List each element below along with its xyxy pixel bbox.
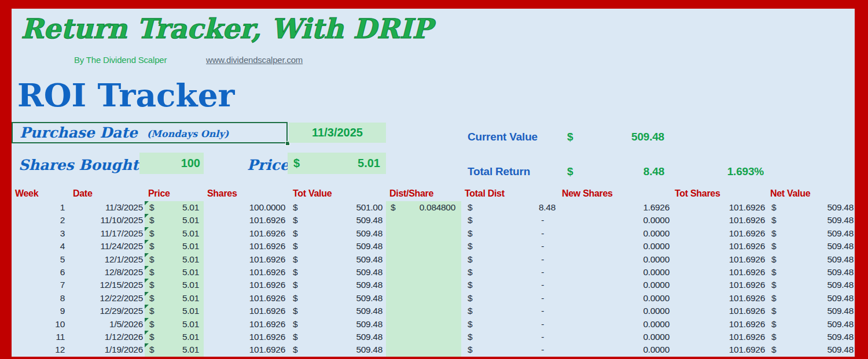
cell-tot-shares[interactable]: 101.6926 bbox=[671, 227, 767, 240]
cell-shares[interactable]: 101.6926 bbox=[204, 214, 289, 227]
cell-week[interactable]: 5 bbox=[12, 253, 69, 266]
price-input[interactable]: $ 5.01 bbox=[288, 153, 386, 174]
cell-new-shares[interactable]: 0.0000 bbox=[558, 318, 671, 331]
purchase-date-input[interactable]: 11/3/2025 bbox=[289, 123, 386, 143]
cell-tot-value[interactable]: $509.48 bbox=[289, 253, 386, 266]
cell-tot-value[interactable]: $509.48 bbox=[289, 227, 386, 240]
cell-dist-share[interactable]: $0.084800 bbox=[386, 201, 461, 214]
cell-week[interactable]: 8 bbox=[12, 292, 69, 305]
header-tot-value[interactable]: Tot Value bbox=[289, 188, 386, 199]
cell-price[interactable]: $5.01 bbox=[145, 227, 204, 240]
header-price[interactable]: Price bbox=[145, 188, 204, 199]
cell-new-shares[interactable]: 1.6926 bbox=[558, 201, 671, 214]
cell-net-value[interactable]: $509.48 bbox=[767, 279, 855, 291]
cell-net-value[interactable]: $509.48 bbox=[767, 214, 855, 227]
cell-tot-shares[interactable]: 101.6926 bbox=[671, 214, 767, 227]
cell-week[interactable]: 10 bbox=[12, 318, 69, 331]
cell-net-value[interactable]: $509.48 bbox=[767, 240, 855, 253]
cell-week[interactable]: 12 bbox=[12, 343, 69, 356]
cell-price[interactable]: $5.01 bbox=[145, 240, 204, 253]
cell-week[interactable]: 1 bbox=[12, 201, 69, 214]
cell-shares[interactable]: 101.6926 bbox=[204, 279, 289, 291]
cell-tot-shares[interactable]: 101.6926 bbox=[671, 343, 767, 356]
cell-dist-share[interactable] bbox=[386, 266, 461, 279]
cell-tot-shares[interactable]: 101.6926 bbox=[671, 331, 767, 343]
cell-price[interactable]: $5.01 bbox=[145, 279, 204, 291]
cell-new-shares[interactable]: 0.0000 bbox=[558, 227, 671, 240]
cell-week[interactable]: 2 bbox=[12, 214, 69, 227]
cell-tot-value[interactable]: $509.48 bbox=[289, 266, 386, 279]
cell-week[interactable]: 9 bbox=[12, 305, 69, 317]
cell-total-dist[interactable]: $- bbox=[461, 266, 558, 279]
cell-total-dist[interactable]: $- bbox=[461, 343, 558, 356]
header-total-dist[interactable]: Total Dist bbox=[461, 188, 558, 199]
cell-dist-share[interactable] bbox=[386, 227, 461, 240]
cell-tot-value[interactable]: $509.48 bbox=[289, 343, 386, 356]
cell-dist-share[interactable] bbox=[386, 292, 461, 305]
cell-new-shares[interactable]: 0.0000 bbox=[558, 331, 671, 343]
cell-tot-value[interactable]: $509.48 bbox=[289, 292, 386, 305]
cell-net-value[interactable]: $509.48 bbox=[767, 331, 855, 343]
cell-price[interactable]: $5.01 bbox=[145, 266, 204, 279]
cell-week[interactable]: 4 bbox=[12, 240, 69, 253]
cell-total-dist[interactable]: $- bbox=[461, 292, 558, 305]
cell-date[interactable]: 12/22/2025 bbox=[69, 292, 145, 305]
cell-shares[interactable]: 101.6926 bbox=[204, 240, 289, 253]
cell-new-shares[interactable]: 0.0000 bbox=[558, 305, 671, 317]
cell-tot-value[interactable]: $509.48 bbox=[289, 240, 386, 253]
cell-total-dist[interactable]: $- bbox=[461, 305, 558, 317]
cell-week[interactable]: 7 bbox=[12, 279, 69, 291]
cell-price[interactable]: $5.01 bbox=[145, 331, 204, 343]
cell-date[interactable]: 12/29/2025 bbox=[69, 305, 145, 317]
cell-date[interactable]: 12/8/2025 bbox=[69, 266, 145, 279]
cell-tot-shares[interactable]: 101.6926 bbox=[671, 279, 767, 291]
cell-dist-share[interactable] bbox=[386, 331, 461, 343]
header-dist-share[interactable]: Dist/Share bbox=[386, 188, 461, 199]
cell-tot-shares[interactable]: 101.6926 bbox=[671, 240, 767, 253]
cell-tot-value[interactable]: $509.48 bbox=[289, 279, 386, 291]
cell-dist-share[interactable] bbox=[386, 305, 461, 317]
cell-shares[interactable]: 101.6926 bbox=[204, 318, 289, 331]
cell-date[interactable]: 11/24/2025 bbox=[69, 240, 145, 253]
cell-shares[interactable]: 101.6926 bbox=[204, 331, 289, 343]
cell-total-dist[interactable]: $- bbox=[461, 240, 558, 253]
cell-tot-shares[interactable]: 101.6926 bbox=[671, 201, 767, 214]
cell-price[interactable]: $5.01 bbox=[145, 343, 204, 356]
cell-shares[interactable]: 101.6926 bbox=[204, 292, 289, 305]
cell-dist-share[interactable] bbox=[386, 343, 461, 356]
header-net-value[interactable]: Net Value bbox=[767, 188, 855, 199]
cell-total-dist[interactable]: $8.48 bbox=[461, 201, 558, 214]
cell-total-dist[interactable]: $- bbox=[461, 214, 558, 227]
cell-new-shares[interactable]: 0.0000 bbox=[558, 214, 671, 227]
cell-shares[interactable]: 101.6926 bbox=[204, 266, 289, 279]
cell-date[interactable]: 11/10/2025 bbox=[69, 214, 145, 227]
cell-dist-share[interactable] bbox=[386, 214, 461, 227]
cell-dist-share[interactable] bbox=[386, 240, 461, 253]
cell-date[interactable]: 1/12/2026 bbox=[69, 331, 145, 343]
cell-dist-share[interactable] bbox=[386, 253, 461, 266]
cell-date[interactable]: 11/3/2025 bbox=[69, 201, 145, 214]
cell-dist-share[interactable] bbox=[386, 279, 461, 291]
cell-net-value[interactable]: $509.48 bbox=[767, 253, 855, 266]
cell-shares[interactable]: 100.0000 bbox=[204, 201, 289, 214]
cell-tot-shares[interactable]: 101.6926 bbox=[671, 266, 767, 279]
cell-tot-value[interactable]: $509.48 bbox=[289, 318, 386, 331]
header-shares[interactable]: Shares bbox=[204, 188, 289, 199]
header-new-shares[interactable]: New Shares bbox=[558, 188, 671, 199]
header-date[interactable]: Date bbox=[69, 188, 145, 199]
header-tot-shares[interactable]: Tot Shares bbox=[671, 188, 767, 199]
cell-shares[interactable]: 101.6926 bbox=[204, 343, 289, 356]
purchase-date-cell[interactable]: Purchase Date (Mondays Only) bbox=[12, 122, 288, 143]
cell-tot-shares[interactable]: 101.6926 bbox=[671, 305, 767, 317]
cell-new-shares[interactable]: 0.0000 bbox=[558, 253, 671, 266]
cell-new-shares[interactable]: 0.0000 bbox=[558, 279, 671, 291]
cell-new-shares[interactable]: 0.0000 bbox=[558, 266, 671, 279]
cell-date[interactable]: 12/15/2025 bbox=[69, 279, 145, 291]
cell-new-shares[interactable]: 0.0000 bbox=[558, 240, 671, 253]
cell-price[interactable]: $5.01 bbox=[145, 253, 204, 266]
cell-price[interactable]: $5.01 bbox=[145, 305, 204, 317]
cell-tot-value[interactable]: $501.00 bbox=[289, 201, 386, 214]
cell-date[interactable]: 11/17/2025 bbox=[69, 227, 145, 240]
cell-tot-value[interactable]: $509.48 bbox=[289, 214, 386, 227]
cell-net-value[interactable]: $509.48 bbox=[767, 343, 855, 356]
